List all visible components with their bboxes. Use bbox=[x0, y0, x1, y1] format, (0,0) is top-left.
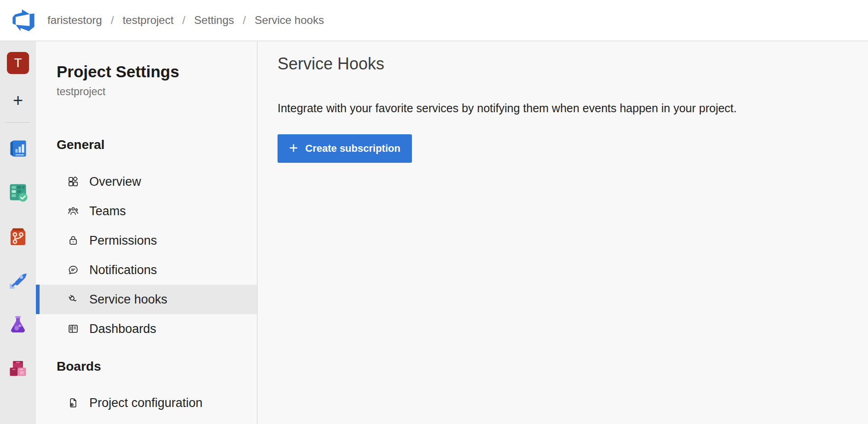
left-rail: T + bbox=[0, 41, 36, 424]
plus-icon: + bbox=[289, 140, 298, 155]
overview-rail-icon[interactable] bbox=[7, 138, 29, 160]
lock-icon bbox=[67, 235, 79, 246]
sidebar-subtitle: testproject bbox=[36, 86, 257, 98]
boards-rail-icon[interactable] bbox=[7, 181, 29, 203]
section-header-boards: Boards bbox=[36, 358, 257, 374]
create-subscription-label: Create subscription bbox=[305, 143, 400, 155]
top-bar: faristestorg / testproject / Settings / … bbox=[0, 0, 868, 41]
sidebar-item-label: Permissions bbox=[89, 234, 157, 248]
teams-people-icon bbox=[67, 205, 79, 217]
project-avatar[interactable]: T bbox=[7, 52, 29, 74]
azure-devops-logo-icon[interactable] bbox=[11, 8, 36, 33]
service-hooks-main-panel: Service Hooks Integrate with your favori… bbox=[258, 41, 868, 424]
test-plans-rail-icon[interactable] bbox=[7, 314, 29, 336]
rail-divider bbox=[6, 122, 30, 123]
add-project-item-button[interactable]: + bbox=[7, 89, 29, 111]
breadcrumb-separator: / bbox=[243, 14, 246, 27]
sidebar-item-dashboards[interactable]: Dashboards bbox=[36, 314, 257, 344]
overview-grid-icon bbox=[67, 176, 79, 188]
breadcrumb-organization[interactable]: faristestorg bbox=[47, 14, 102, 27]
page-description: Integrate with your favorite services by… bbox=[278, 101, 868, 115]
breadcrumb-service-hooks[interactable]: Service hooks bbox=[255, 14, 324, 27]
sidebar-item-label: Overview bbox=[89, 175, 141, 189]
artifacts-rail-icon[interactable] bbox=[7, 357, 29, 379]
sidebar-item-teams[interactable]: Teams bbox=[36, 196, 257, 226]
breadcrumb-separator: / bbox=[111, 14, 114, 27]
dashboard-icon bbox=[67, 323, 79, 335]
sidebar-item-permissions[interactable]: Permissions bbox=[36, 226, 257, 255]
sidebar-title: Project Settings bbox=[36, 63, 257, 81]
sidebar-item-label: Notifications bbox=[89, 263, 157, 277]
general-nav-list: Overview Teams bbox=[36, 167, 257, 344]
sidebar-item-project-configuration[interactable]: Project configuration bbox=[36, 388, 257, 418]
sidebar-item-label: Teams bbox=[89, 204, 126, 218]
pipelines-rail-icon[interactable] bbox=[7, 269, 29, 292]
project-settings-sidebar: Project Settings testproject General Ove… bbox=[36, 41, 258, 424]
section-header-general: General bbox=[36, 137, 257, 153]
document-gear-icon bbox=[67, 397, 79, 409]
create-subscription-button[interactable]: + Create subscription bbox=[278, 134, 412, 163]
repos-rail-icon[interactable] bbox=[7, 226, 29, 248]
page-title: Service Hooks bbox=[278, 53, 868, 74]
comment-bubble-icon bbox=[67, 264, 79, 276]
breadcrumb-settings[interactable]: Settings bbox=[194, 14, 234, 27]
sidebar-item-overview[interactable]: Overview bbox=[36, 167, 257, 196]
sidebar-item-service-hooks[interactable]: Service hooks bbox=[36, 285, 257, 314]
sidebar-item-label: Project configuration bbox=[89, 396, 203, 410]
plug-icon bbox=[67, 293, 79, 305]
breadcrumb: faristestorg / testproject / Settings / … bbox=[47, 14, 324, 27]
sidebar-item-notifications[interactable]: Notifications bbox=[36, 255, 257, 285]
breadcrumb-project[interactable]: testproject bbox=[122, 14, 174, 27]
sidebar-item-label: Service hooks bbox=[89, 292, 168, 307]
sidebar-item-label: Dashboards bbox=[89, 322, 156, 336]
breadcrumb-separator: / bbox=[182, 14, 185, 27]
